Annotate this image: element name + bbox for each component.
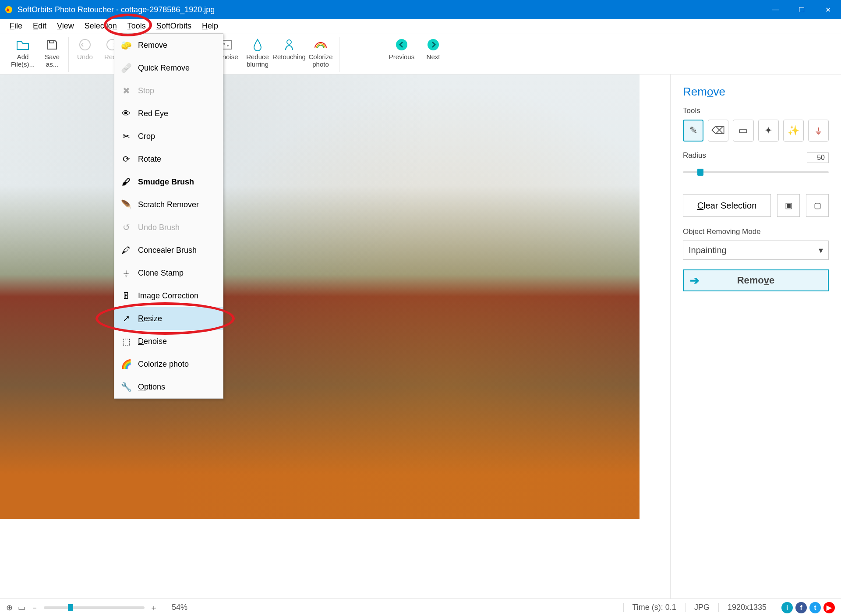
menu-item-label: Image Correction	[138, 291, 198, 301]
undo-icon	[78, 38, 92, 52]
image-canvas[interactable]	[0, 74, 640, 519]
menu-item-image-correction[interactable]: 🎚Image Correction	[114, 284, 223, 307]
twitter-icon[interactable]: t	[809, 602, 821, 613]
menu-item-label: Rotate	[138, 155, 161, 164]
menu-item-label: Clone Stamp	[138, 269, 184, 278]
crop-icon: ✂	[120, 131, 132, 142]
status-time: Time (s): 0.1	[623, 603, 685, 612]
previous-button[interactable]: Previous	[388, 37, 416, 61]
save-as-button[interactable]: Save as...	[40, 37, 64, 68]
menu-item-label: Stop	[138, 86, 154, 96]
canvas-area[interactable]	[0, 74, 670, 598]
menu-selection[interactable]: Selection	[79, 20, 122, 32]
menu-item-colorize-photo[interactable]: 🌈Colorize photo	[114, 353, 223, 375]
slider-thumb[interactable]	[697, 169, 703, 176]
tools-dropdown: 🧽Remove🩹Quick Remove✖Stop👁Red Eye✂Crop⟳R…	[114, 33, 223, 399]
menu-item-resize[interactable]: ⤢Resize	[114, 307, 223, 330]
info-icon[interactable]: i	[781, 602, 793, 613]
menu-item-smudge-brush[interactable]: 🖌Smudge Brush	[114, 170, 223, 193]
mode-select[interactable]: Inpainting ▾	[683, 241, 829, 260]
window-title: SoftOrbits Photo Retoucher - cottage-297…	[18, 5, 762, 14]
retouching-label: Retouching	[272, 53, 306, 61]
menu-item-remove[interactable]: 🧽Remove	[114, 34, 223, 57]
stop-icon: ✖	[120, 85, 132, 96]
status-dimensions: 1920x1335	[718, 603, 775, 612]
marker-tool[interactable]: ✎	[683, 120, 703, 142]
menu-item-rotate[interactable]: ⟳Rotate	[114, 148, 223, 170]
zoom-value: 54%	[172, 603, 187, 612]
zoom-slider[interactable]	[44, 606, 145, 609]
menu-item-clone-stamp[interactable]: ⏚Clone Stamp	[114, 262, 223, 284]
colorize-button[interactable]: Colorize photo	[307, 37, 335, 68]
menu-item-options[interactable]: 🔧Options	[114, 375, 223, 398]
save-as-label: Save as...	[40, 53, 64, 68]
menu-item-concealer-brush[interactable]: 🖍Concealer Brush	[114, 239, 223, 262]
menu-edit[interactable]: Edit	[28, 20, 52, 32]
retouching-button[interactable]: Retouching	[275, 37, 303, 61]
mode-label: Object Removing Mode	[683, 227, 829, 236]
menu-item-undo-brush: ↺Undo Brush	[114, 216, 223, 239]
rect-select-tool[interactable]: ▭	[733, 120, 753, 142]
previous-label: Previous	[389, 53, 414, 61]
menu-view[interactable]: View	[52, 20, 79, 32]
lasso-tool[interactable]: ✦	[758, 120, 779, 142]
svg-point-6	[227, 45, 229, 46]
menu-item-quick-remove[interactable]: 🩹Quick Remove	[114, 57, 223, 79]
eraser2-icon: 🩹	[120, 62, 132, 74]
menu-item-label: Concealer Brush	[138, 246, 197, 255]
next-button[interactable]: Next	[419, 37, 447, 61]
menu-help[interactable]: Help	[197, 20, 223, 32]
radius-slider[interactable]	[683, 168, 829, 177]
zoom-controls: ⊕ ▭ － ＋ 54%	[6, 602, 187, 613]
menu-softorbits[interactable]: SoftOrbits	[151, 20, 197, 32]
facebook-icon[interactable]: f	[795, 602, 807, 613]
maximize-button[interactable]	[788, 0, 815, 19]
app-icon	[4, 5, 13, 14]
menu-item-denoise[interactable]: ⬚Denoise	[114, 330, 223, 353]
menu-item-label: Smudge Brush	[138, 177, 194, 187]
radius-input[interactable]: 50	[807, 152, 829, 163]
close-button[interactable]	[815, 0, 841, 19]
svg-point-7	[287, 40, 291, 44]
zoom-search-icon[interactable]: ⊕	[6, 603, 13, 612]
rotate-icon: ⟳	[120, 153, 132, 165]
minimize-button[interactable]	[762, 0, 788, 19]
remove-button-label: Remove	[737, 275, 775, 286]
stamp-icon: ⏚	[816, 125, 821, 136]
menu-item-label: Crop	[138, 132, 155, 141]
eye-icon: 👁	[120, 108, 132, 119]
clear-selection-button[interactable]: Clear Selection	[683, 194, 771, 217]
magic-wand-tool[interactable]: ✨	[783, 120, 804, 142]
zoom-thumb[interactable]	[68, 604, 73, 611]
stamp-tool[interactable]: ⏚	[808, 120, 829, 142]
remove-button[interactable]: ➔ Remove	[683, 269, 829, 291]
add-files-button[interactable]: Add File(s)...	[9, 37, 37, 68]
panel-header: Remove	[683, 85, 829, 99]
denoise-icon: ⬚	[120, 336, 132, 347]
menu-item-crop[interactable]: ✂Crop	[114, 125, 223, 148]
menu-item-scratch-remover[interactable]: 🪶Scratch Remover	[114, 193, 223, 216]
eraser-tool[interactable]: ⌫	[708, 120, 728, 142]
menu-item-red-eye[interactable]: 👁Red Eye	[114, 102, 223, 125]
menu-item-label: Scratch Remover	[138, 200, 199, 209]
youtube-icon[interactable]: ▶	[823, 602, 835, 613]
reduce-blurring-button[interactable]: Reduce blurring	[244, 37, 272, 68]
mask-out-button[interactable]: ▢	[806, 194, 829, 217]
undo-label: Undo	[77, 53, 93, 61]
menu-item-label: Quick Remove	[138, 64, 190, 73]
mask-in-button[interactable]: ▣	[777, 194, 800, 217]
pencil-icon: ✎	[689, 125, 697, 136]
undobrush-icon: ↺	[120, 222, 132, 233]
arrow-left-icon	[395, 38, 409, 52]
titlebar: SoftOrbits Photo Retoucher - cottage-297…	[0, 0, 841, 19]
save-icon	[45, 38, 59, 52]
statusbar: ⊕ ▭ － ＋ 54% Time (s): 0.1 JPG 1920x1335 …	[0, 598, 841, 616]
fit-screen-icon[interactable]: ▭	[18, 603, 25, 612]
svg-point-8	[396, 39, 407, 50]
zoom-in-button[interactable]: ＋	[150, 602, 158, 613]
menu-file[interactable]: File	[4, 20, 28, 32]
undo-button[interactable]: Undo	[73, 37, 97, 61]
menu-tools[interactable]: Tools	[122, 20, 151, 32]
zoom-out-button[interactable]: －	[31, 602, 39, 613]
svg-rect-1	[49, 40, 54, 43]
